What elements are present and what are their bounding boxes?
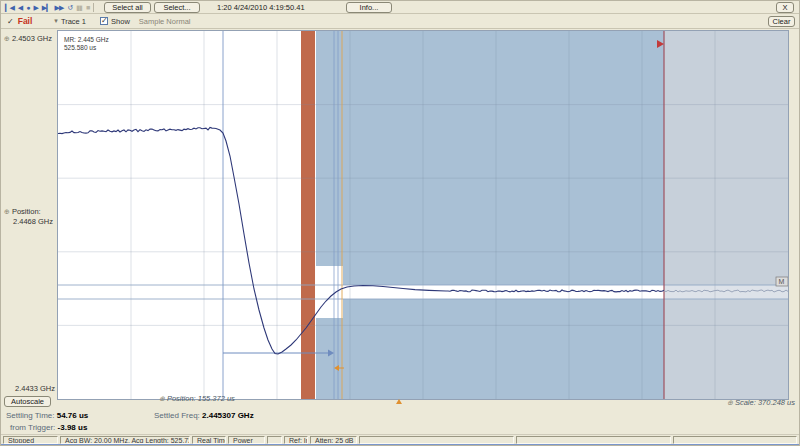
x-scale-label: Scale: [735, 398, 756, 407]
checkbox-check-icon: ✓ [101, 16, 108, 25]
status-attenuation: Atten: 25 dB [310, 436, 357, 444]
chevron-down-icon[interactable]: ▾ [54, 17, 58, 25]
marker-time: 525.580 us [64, 44, 109, 52]
from-trigger-label: from Trigger: [10, 423, 55, 432]
toolbar-separator [93, 3, 94, 12]
stop-icon[interactable]: ■ [86, 2, 89, 13]
acquisition-timestamp: 1:20 4/24/2010 4:19:50.41 [217, 3, 305, 12]
trace-selector[interactable]: Trace 1 [61, 17, 86, 26]
result-check-icon: ✓ [7, 17, 14, 26]
clear-button[interactable]: Clear [768, 16, 795, 27]
settled-freq-readout: Settled Freq: 2.445307 GHz [154, 411, 254, 420]
from-trigger-readout: from Trigger: -3.98 us [10, 423, 87, 432]
show-label: Show [111, 17, 130, 26]
y-axis-position[interactable]: ⊕Position:2.4468 GHz [4, 207, 53, 226]
marker-readout: MR: 2.445 GHz 525.580 us [64, 36, 109, 52]
y-axis-bottom-value: 2.4433 GHz [15, 384, 55, 393]
axis-handle-icon[interactable]: ⊕ [4, 208, 10, 215]
status-spacer [673, 436, 797, 444]
x-position-label: Position: [167, 394, 196, 403]
x-axis-scale[interactable]: ⊕Scale: 370.248 us [649, 398, 795, 407]
settling-time-readout: Settling Time: 54.76 us [6, 411, 88, 420]
status-reference: Ref: Int [284, 436, 308, 444]
settling-time-label: Settling Time: [6, 411, 54, 420]
settled-freq-label: Settled Freq: [154, 411, 200, 420]
fast-forward-icon[interactable]: ▶▶ [55, 2, 64, 13]
trace-bar: ✓ Fail ▾ Trace 1 ✓ Show Sample Normal Cl… [1, 14, 800, 29]
replay-icon[interactable]: ↺ [67, 2, 72, 13]
transport-controls: ▎◀◀●▶▶▎▶▶↺▮▮■ [1, 2, 89, 13]
y-axis-top-value[interactable]: ⊕2.4503 GHz [4, 34, 52, 43]
status-detector: Power [228, 436, 265, 444]
autoscale-button[interactable]: Autoscale [4, 396, 51, 407]
axis-handle-icon[interactable]: ⊕ [727, 399, 733, 406]
x-axis-position[interactable]: ⊕Position: 155.372 us [159, 394, 235, 403]
x-position-value: 155.372 us [198, 394, 235, 403]
settling-time-value: 54.76 us [57, 411, 89, 420]
analyzer-window: ▎◀◀●▶▶▎▶▶↺▮▮■ Select all Select... 1:20 … [0, 0, 800, 446]
axis-handle-icon[interactable]: ⊕ [4, 35, 10, 42]
svg-text:M: M [779, 278, 785, 285]
go-to-end-icon[interactable]: ▶▎ [42, 2, 51, 13]
from-trigger-value: -3.98 us [58, 423, 88, 432]
status-state: Stopped [3, 436, 58, 444]
axis-handle-icon[interactable]: ⊕ [159, 395, 165, 402]
y-axis-top-text: 2.4503 GHz [12, 34, 52, 43]
status-spacer [516, 436, 671, 444]
pause-icon[interactable]: ▮▮ [76, 2, 82, 13]
settled-freq-value: 2.445307 GHz [202, 411, 254, 420]
show-checkbox[interactable]: ✓ [100, 17, 108, 25]
sample-mode-label: Sample Normal [139, 17, 191, 26]
go-to-start-icon[interactable]: ▎◀ [5, 2, 14, 13]
close-button[interactable]: X [776, 2, 794, 13]
select-button[interactable]: Select... [154, 2, 200, 13]
play-icon[interactable]: ▶ [33, 2, 37, 13]
toolbar: ▎◀◀●▶▶▎▶▶↺▮▮■ Select all Select... 1:20 … [1, 1, 800, 14]
status-spacer [359, 436, 514, 444]
trigger-position-marker-icon[interactable] [396, 399, 402, 404]
status-bar: Stopped Acq BW: 20.00 MHz, Acq Length: 5… [1, 434, 800, 444]
limit-test-result: Fail [18, 16, 33, 26]
marker-freq: MR: 2.445 GHz [64, 36, 109, 44]
status-acquisition: Acq BW: 20.00 MHz, Acq Length: 525.720 u… [60, 436, 190, 444]
y-position-label: Position: [12, 207, 41, 216]
x-scale-value: 370.248 us [758, 398, 795, 407]
info-button[interactable]: Info... [346, 2, 392, 13]
step-back-icon[interactable]: ◀ [18, 2, 22, 13]
y-position-value: 2.4468 GHz [13, 217, 53, 226]
select-all-button[interactable]: Select all [104, 2, 151, 13]
settling-trace-plot[interactable]: M [58, 31, 788, 399]
record-icon[interactable]: ● [26, 2, 29, 13]
status-spacer [267, 436, 282, 444]
status-mode: Real Time [192, 436, 226, 444]
plot-area[interactable]: M MR: 2.445 GHz 525.580 us [57, 30, 789, 400]
